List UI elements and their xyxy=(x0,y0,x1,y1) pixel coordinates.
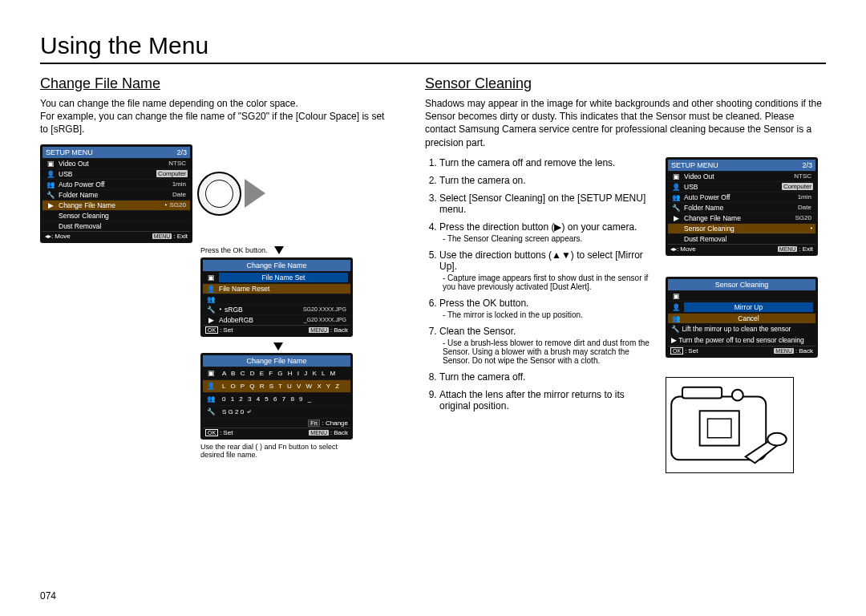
sensor-cleaning-steps: Turn the camera off and remove the lens.… xyxy=(425,157,651,411)
lcd-change-file-name-1: Change File Name ▣File Name Set 👤File Na… xyxy=(200,257,353,337)
cfn-intro: You can change the ﬁle name depending on… xyxy=(40,97,393,136)
dial-caption: Use the rear dial ( ) and Fn button to s… xyxy=(200,443,353,460)
rear-dial-icon xyxy=(197,172,241,216)
arrow-right-icon xyxy=(245,179,265,208)
svg-point-5 xyxy=(767,433,787,446)
sc-intro: Shadows may appear in the image for whit… xyxy=(425,97,826,149)
page-number: 074 xyxy=(40,590,56,602)
lcd-setup-menu-left: SETUP MENU2/3 ▣Video OutNTSC 👤USBCompute… xyxy=(40,144,192,243)
press-ok-note: Press the OK button. xyxy=(200,246,268,254)
svg-rect-1 xyxy=(682,387,722,399)
section-title-change-file-name: Change File Name xyxy=(40,75,393,92)
arrow-down-icon xyxy=(274,246,284,254)
page-title: Using the Menu xyxy=(40,32,826,64)
lcd-setup-menu-right: SETUP MENU2/3 ▣Video OutNTSC 👤USBCompute… xyxy=(666,157,818,256)
lcd-sensor-cleaning: Sensor Cleaning ▣ 👤Mirror Up 👥Cancel 🔧 L… xyxy=(666,277,818,358)
arrow-down-icon xyxy=(273,342,283,351)
section-title-sensor-cleaning: Sensor Cleaning xyxy=(425,75,826,92)
svg-point-2 xyxy=(732,390,743,401)
camera-icon: ▣ xyxy=(45,160,56,168)
camera-cleaning-illustration xyxy=(666,377,794,473)
lcd-change-file-name-2: Change File Name ▣A B C D E F G H I J K … xyxy=(200,353,353,440)
svg-rect-3 xyxy=(700,411,739,445)
